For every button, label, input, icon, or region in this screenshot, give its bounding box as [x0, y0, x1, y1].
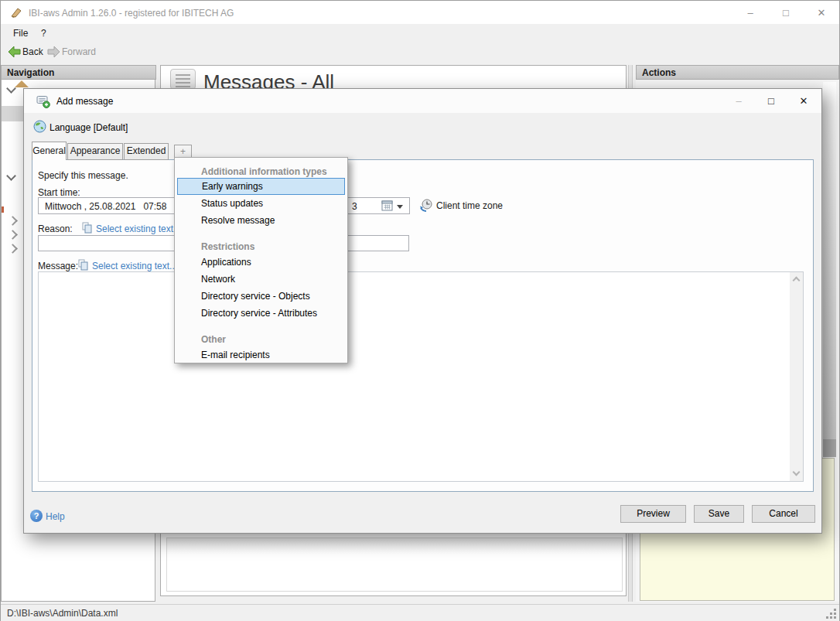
resize-grip[interactable]: [827, 609, 836, 619]
reason-label: Reason:: [38, 223, 73, 234]
tree-expander-icon[interactable]: [8, 216, 18, 226]
save-button[interactable]: Save: [694, 505, 744, 523]
add-message-icon: [36, 94, 50, 111]
information-type-menu: Additional information types Early warni…: [174, 157, 348, 363]
actions-scrollbar-thumb[interactable]: [823, 439, 836, 457]
app-window: IBI-aws Admin 1.26.0 - registered for IB…: [0, 0, 840, 621]
titlebar: IBI-aws Admin 1.26.0 - registered for IB…: [1, 1, 839, 24]
dialog-maximize-icon[interactable]: □: [755, 89, 787, 112]
menu-file[interactable]: File: [13, 28, 28, 39]
scroll-up-icon[interactable]: [793, 277, 801, 285]
menu-item-early-warnings[interactable]: Early warnings: [177, 178, 345, 195]
maximize-icon[interactable]: □: [768, 1, 804, 24]
toolbar: Back Forward: [1, 43, 839, 62]
statusbar-path: D:\IBI-aws\Admin\Data.xml: [7, 608, 118, 619]
home-icon: [15, 80, 29, 87]
close-icon[interactable]: ✕: [804, 1, 839, 24]
menu-item-directory-attributes[interactable]: Directory service - Attributes: [177, 305, 345, 322]
tab-extended[interactable]: Extended: [124, 143, 169, 160]
general-tab-page: Specify this message. Start time: Mittwo…: [32, 159, 814, 492]
menu-help[interactable]: ?: [41, 28, 46, 39]
window-title: IBI-aws Admin 1.26.0 - registered for IB…: [29, 8, 234, 19]
tree-selected-row[interactable]: [2, 106, 25, 121]
calendar-icon[interactable]: [381, 200, 394, 214]
tree-expander-icon[interactable]: [8, 244, 18, 254]
forward-button[interactable]: Forward: [62, 46, 96, 57]
menu-item-status-updates[interactable]: Status updates: [177, 195, 345, 212]
add-message-dialog: Add message – □ ✕ Language [Default] Gen…: [23, 88, 822, 534]
tree-expander-icon[interactable]: [8, 230, 18, 240]
message-select-existing-link[interactable]: Select existing text...: [92, 261, 177, 271]
language-globe-icon: [33, 120, 46, 135]
back-button[interactable]: Back: [22, 46, 43, 57]
message-list-box: [166, 537, 623, 592]
message-textarea[interactable]: [38, 271, 804, 482]
menu-item-network[interactable]: Network: [177, 271, 345, 288]
intro-text: Specify this message.: [38, 170, 128, 181]
language-label[interactable]: Language [Default]: [50, 122, 128, 133]
message-scrollbar[interactable]: [790, 272, 803, 481]
client-time-zone-icon: [419, 198, 433, 214]
start-time-seconds: 3: [352, 201, 357, 212]
actions-scrollbar-track[interactable]: [823, 82, 836, 439]
start-time-value: Mittwoch , 25.08.2021 07:58: [45, 201, 166, 212]
dialog-titlebar: Add message – □ ✕: [24, 89, 821, 113]
start-time-label: Start time:: [38, 187, 80, 198]
app-icon: [10, 6, 23, 22]
tree-expander-icon[interactable]: [6, 171, 16, 181]
hamburger-menu-icon[interactable]: [170, 69, 196, 90]
menu-item-email-recipients[interactable]: E-mail recipients: [177, 346, 345, 363]
preview-button[interactable]: Preview: [620, 505, 686, 523]
dialog-close-icon[interactable]: ✕: [787, 89, 820, 112]
message-label: Message:: [38, 261, 78, 271]
navigation-header: Navigation: [1, 65, 156, 80]
reason-select-existing-link[interactable]: Select existing text...: [96, 223, 181, 234]
tab-appearance[interactable]: Appearance: [67, 143, 123, 160]
menu-bar: File ?: [1, 24, 839, 43]
menu-item-directory-objects[interactable]: Directory service - Objects: [177, 288, 345, 305]
actions-header: Actions: [636, 65, 839, 80]
menu-group-header: Restrictions: [177, 238, 345, 255]
status-bar: D:\IBI-aws\Admin\Data.xml: [1, 604, 839, 621]
forward-arrow-icon: [47, 46, 60, 60]
tree-item-icon: [2, 206, 4, 213]
menu-group-header: Other: [177, 331, 345, 348]
client-time-zone-label: Client time zone: [436, 200, 503, 211]
minimize-icon[interactable]: –: [732, 1, 768, 24]
cancel-button[interactable]: Cancel: [752, 505, 815, 523]
calendar-dropdown-arrow-icon[interactable]: [397, 205, 403, 209]
tab-general[interactable]: General: [32, 142, 67, 160]
help-link[interactable]: Help: [46, 511, 65, 522]
menu-item-resolve-message[interactable]: Resolve message: [177, 212, 345, 229]
help-icon[interactable]: ?: [30, 510, 43, 522]
dialog-minimize-icon[interactable]: –: [722, 89, 755, 112]
dialog-title: Add message: [56, 96, 113, 107]
copy-text-icon: [82, 222, 92, 236]
menu-item-applications[interactable]: Applications: [177, 254, 345, 271]
scroll-down-icon[interactable]: [793, 469, 801, 476]
back-arrow-icon: [8, 46, 21, 60]
